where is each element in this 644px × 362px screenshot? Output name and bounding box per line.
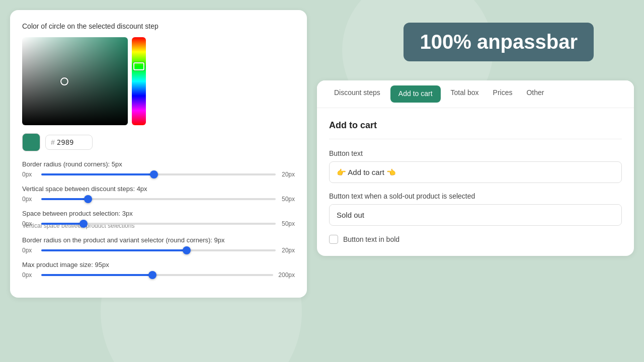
tab-add-to-cart[interactable]: Add to cart: [390, 85, 441, 103]
slider-border-radius-max: 20px: [281, 171, 295, 178]
bold-checkbox[interactable]: [329, 235, 338, 244]
color-gradient[interactable]: [22, 37, 128, 125]
hero-banner: 100% anpassbar: [404, 23, 594, 61]
panel-content: Add to cart Button text Button text when…: [317, 108, 634, 256]
slider-border-radius-fill: [41, 173, 154, 175]
slider-product-space-label: Space between product selection: 3px: [22, 210, 295, 217]
button-text-label: Button text: [329, 149, 622, 157]
slider-border-radius-min: 0px: [22, 171, 36, 178]
sold-out-input[interactable]: [329, 204, 622, 226]
slider-vertical-space: Vertical space between discount steps: 4…: [22, 185, 295, 203]
slider-vertical-space-thumb[interactable]: [84, 195, 92, 203]
slider-vertical-space-track[interactable]: [41, 198, 276, 200]
hue-slider[interactable]: [132, 37, 146, 125]
hex-value-input[interactable]: [57, 138, 87, 146]
slider-image-size-thumb[interactable]: [148, 271, 156, 279]
slider-image-size-track[interactable]: [41, 274, 273, 276]
slider-border-radius-label: Border radius (round corners): 5px: [22, 160, 295, 168]
slider-image-size-max: 200px: [278, 272, 295, 279]
bold-label: Button text in bold: [343, 235, 399, 243]
sold-out-label: Button text when a sold-out product is s…: [329, 192, 622, 200]
tabs: Discount steps Add to cart Total box Pri…: [317, 80, 634, 108]
slider-border-radius: Border radius (round corners): 5px 0px 2…: [22, 160, 295, 178]
slider-vertical-space-label: Vertical space between discount steps: 4…: [22, 185, 295, 193]
slider-variant-radius-fill: [41, 249, 187, 251]
button-text-input[interactable]: [329, 161, 622, 183]
right-panel: Discount steps Add to cart Total box Pri…: [317, 80, 634, 256]
left-panel: Color of circle on the selected discount…: [10, 10, 307, 298]
slider-image-size-min: 0px: [22, 272, 36, 279]
slider-variant-radius-row: 0px 20px: [22, 247, 295, 254]
slider-border-radius-track[interactable]: [41, 173, 276, 175]
tab-total-box[interactable]: Total box: [444, 80, 486, 108]
gradient-cursor: [60, 77, 68, 85]
slider-variant-radius-track[interactable]: [41, 249, 276, 251]
slider-product-space-track[interactable]: [41, 223, 276, 225]
slider-product-space: Space between product selection: 3px 0px…: [22, 210, 295, 229]
color-picker-area: [22, 37, 295, 125]
hue-cursor: [133, 62, 144, 70]
divider: [329, 139, 622, 139]
slider-product-space-max: 50px: [281, 220, 295, 227]
slider-variant-radius-label: Border radius on the product and variant…: [22, 236, 295, 244]
slider-border-radius-row: 0px 20px: [22, 171, 295, 178]
hex-input-container: #: [45, 135, 93, 150]
slider-image-size: Max product image size: 95px 0px 200px: [22, 261, 295, 279]
slider-variant-radius-max: 20px: [281, 247, 295, 254]
color-input-row: #: [22, 133, 295, 151]
slider-image-size-label: Max product image size: 95px: [22, 261, 295, 268]
slider-vertical-space-fill: [41, 198, 88, 200]
slider-variant-radius: Border radius on the product and variant…: [22, 236, 295, 254]
tab-prices[interactable]: Prices: [486, 80, 520, 108]
slider-vertical-space-min: 0px: [22, 196, 36, 203]
slider-product-space-fill: [41, 223, 84, 225]
color-swatch[interactable]: [22, 133, 40, 151]
tab-discount-steps[interactable]: Discount steps: [327, 80, 387, 108]
panel-title: Color of circle on the selected discount…: [22, 22, 295, 30]
tab-other[interactable]: Other: [519, 80, 551, 108]
slider-image-size-fill: [41, 274, 152, 276]
hero-text: 100% anpassbar: [420, 31, 578, 53]
slider-border-radius-thumb[interactable]: [150, 170, 158, 178]
hex-hash: #: [51, 138, 55, 146]
bold-checkbox-row: Button text in bold: [329, 235, 622, 244]
slider-vertical-space-max: 50px: [281, 196, 295, 203]
slider-image-size-row: 0px 200px: [22, 272, 295, 279]
slider-variant-radius-min: 0px: [22, 247, 36, 254]
slider-variant-radius-thumb[interactable]: [183, 246, 191, 254]
slider-product-space-thumb[interactable]: [79, 220, 88, 228]
slider-vertical-space-row: 0px 50px: [22, 196, 295, 203]
section-title: Add to cart: [329, 120, 622, 131]
